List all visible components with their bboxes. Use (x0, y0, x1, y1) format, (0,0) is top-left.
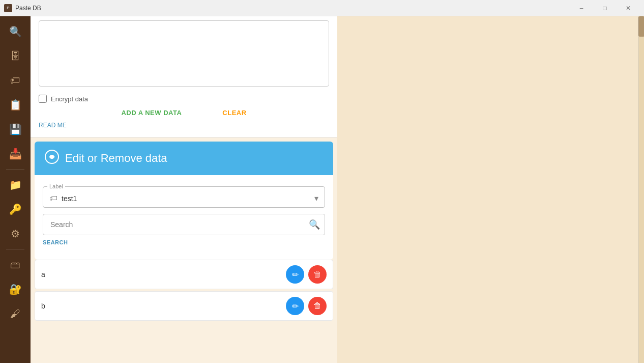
app-logo: P (4, 4, 12, 12)
folder-icon: 📁 (9, 179, 22, 191)
sidebar-divider-1 (6, 169, 24, 170)
main-content: Encrypt data ADD A NEW DATA CLEAR READ M… (31, 16, 337, 363)
brush-icon: 🖌 (10, 308, 20, 320)
maximize-button[interactable]: □ (593, 0, 617, 16)
search-icon: 🔍 (309, 219, 320, 230)
add-db-icon: 🗄 (10, 50, 20, 62)
clear-button[interactable]: CLEAR (222, 109, 246, 117)
sidebar-item-save[interactable]: 💾 (4, 118, 26, 141)
edit-header: Edit or Remove data (35, 142, 333, 175)
settings-icon: ⚙ (11, 228, 20, 240)
key-x-icon: 🔐 (9, 283, 22, 295)
item-b-actions: ✏ 🗑 (286, 297, 327, 315)
edit-icon: ✏ (292, 301, 299, 311)
encrypt-row: Encrypt data (39, 95, 329, 103)
sidebar-item-key[interactable]: 🔑 (4, 198, 26, 220)
app-body: 🔍 🗄 🏷 📋 💾 📥 📁 🔑 ⚙ 🗃 � (0, 16, 644, 363)
sidebar-item-brush[interactable]: 🖌 (4, 302, 26, 325)
tag-icon: 🏷 (10, 75, 20, 87)
item-b-delete-button[interactable]: 🗑 (308, 297, 327, 315)
label-legend: Label (47, 183, 65, 189)
data-input[interactable] (39, 20, 329, 87)
edit-header-icon (45, 150, 59, 167)
item-b-label: b (41, 302, 45, 310)
save-icon: 💾 (9, 123, 22, 135)
sidebar-item-add-db[interactable]: 🗄 (4, 45, 26, 67)
item-b-edit-button[interactable]: ✏ (286, 297, 304, 315)
label-dropdown-wrapper: Label 🏷 test1 test2 test3 ▾ (43, 183, 325, 208)
edit-icon: ✏ (292, 270, 299, 280)
delete-icon: 🗑 (313, 270, 321, 279)
label-tag-icon: 🏷 (49, 194, 57, 203)
title-bar-left: P Paste DB (4, 4, 41, 12)
item-a-label: a (41, 270, 45, 278)
form-buttons: ADD A NEW DATA CLEAR (39, 109, 329, 117)
read-me-link[interactable]: READ ME (39, 122, 329, 129)
label-select-row: 🏷 test1 test2 test3 ▾ (43, 189, 325, 207)
label-fieldset: Label 🏷 test1 test2 test3 ▾ (43, 183, 325, 208)
data-item-a: a ✏ 🗑 (35, 260, 333, 289)
delete-icon: 🗑 (313, 301, 321, 311)
key-icon: 🔑 (9, 203, 22, 215)
encrypt-label: Encrypt data (51, 95, 88, 103)
app-title: Paste DB (15, 5, 41, 12)
sidebar-item-clipboard[interactable]: 📋 (4, 94, 26, 116)
edit-body: Label 🏷 test1 test2 test3 ▾ (35, 175, 333, 260)
edit-section: Edit or Remove data Label 🏷 test1 test2 … (35, 142, 333, 260)
window-controls: – □ ✕ (570, 0, 640, 16)
right-panel (337, 16, 644, 363)
clipboard-icon: 📋 (9, 99, 22, 111)
search-icon: 🔍 (9, 25, 22, 38)
sidebar-divider-2 (6, 249, 24, 249)
db-x-icon: 🗃 (10, 259, 20, 271)
sidebar-item-settings[interactable]: ⚙ (4, 222, 26, 245)
item-a-delete-button[interactable]: 🗑 (308, 265, 327, 284)
search-icon-button[interactable]: 🔍 (309, 219, 320, 230)
svg-point-1 (50, 155, 54, 159)
search-wrapper: 🔍 (43, 214, 325, 235)
sidebar-item-key-x[interactable]: 🔐 (4, 278, 26, 300)
title-bar: P Paste DB – □ ✕ (0, 0, 644, 16)
edit-header-title: Edit or Remove data (65, 152, 167, 165)
encrypt-checkbox[interactable] (39, 95, 47, 103)
sidebar-item-search[interactable]: 🔍 (4, 20, 26, 43)
pull-icon: 📥 (9, 148, 22, 160)
search-link[interactable]: SEARCH (43, 239, 325, 245)
sidebar-item-pull[interactable]: 📥 (4, 143, 26, 165)
sidebar: 🔍 🗄 🏷 📋 💾 📥 📁 🔑 ⚙ 🗃 � (0, 16, 31, 363)
sidebar-item-tag[interactable]: 🏷 (4, 69, 26, 92)
add-data-button[interactable]: ADD A NEW DATA (121, 109, 182, 117)
scrollbar-thumb[interactable] (638, 16, 644, 37)
scrollbar-track (638, 16, 644, 363)
label-select[interactable]: test1 test2 test3 (62, 194, 310, 203)
close-button[interactable]: ✕ (617, 0, 640, 16)
top-form: Encrypt data ADD A NEW DATA CLEAR READ M… (31, 16, 337, 137)
minimize-button[interactable]: – (570, 0, 593, 16)
search-input[interactable] (43, 214, 325, 235)
sidebar-item-folder[interactable]: 📁 (4, 174, 26, 196)
chevron-down-icon: ▾ (314, 193, 318, 203)
data-item-b: b ✏ 🗑 (35, 291, 333, 321)
item-a-actions: ✏ 🗑 (286, 265, 327, 284)
sidebar-item-db-x[interactable]: 🗃 (4, 254, 26, 276)
item-a-edit-button[interactable]: ✏ (286, 265, 304, 284)
